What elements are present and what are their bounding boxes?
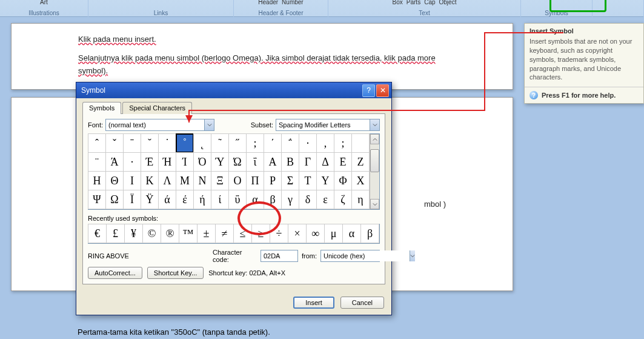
recent-symbol-cell[interactable]: β — [360, 224, 379, 243]
insert-button[interactable]: Insert — [293, 297, 334, 309]
chevron-down-icon[interactable] — [370, 119, 379, 130]
charcode-input[interactable] — [261, 250, 298, 262]
symbol-cell[interactable] — [351, 133, 370, 153]
symbol-cell[interactable]: ˚ — [176, 133, 194, 153]
symbol-cell[interactable]: ˆ — [88, 133, 106, 153]
symbol-cell[interactable]: · — [123, 152, 141, 172]
symbol-cell[interactable]: Φ — [334, 171, 352, 190]
symbol-cell[interactable]: ¨ — [88, 152, 106, 172]
symbol-cell[interactable]: ˇ — [105, 133, 124, 153]
symbol-cell[interactable]: Τ — [299, 171, 317, 190]
symbol-cell[interactable]: ˘ — [141, 133, 159, 153]
recent-symbol-cell[interactable]: € — [88, 224, 107, 243]
cancel-button[interactable]: Cancel — [340, 297, 384, 309]
symbol-cell[interactable]: ˉ — [123, 133, 141, 153]
dialog-titlebar[interactable]: Symbol ? ✕ — [76, 82, 391, 98]
symbol-cell[interactable]: Ψ — [88, 190, 106, 209]
symbol-cell[interactable]: ˜ — [211, 133, 229, 153]
recent-symbol-cell[interactable]: × — [288, 224, 307, 243]
symbol-cell[interactable]: Ξ — [211, 171, 229, 190]
symbol-cell[interactable]: ˙ — [158, 133, 176, 153]
symbol-cell[interactable]: Ϋ — [141, 190, 159, 209]
symbol-cell[interactable]: γ — [281, 190, 299, 209]
symbol-cell[interactable]: ΄ — [264, 133, 282, 153]
symbol-cell[interactable]: , — [316, 133, 334, 153]
symbol-cell[interactable]: α — [246, 190, 264, 209]
tab-special-characters[interactable]: Special Characters — [122, 102, 192, 114]
chevron-down-icon[interactable] — [204, 119, 214, 130]
recent-symbol-cell[interactable]: ≤ — [233, 224, 252, 243]
recent-symbol-cell[interactable]: £ — [106, 224, 125, 243]
recent-symbol-cell[interactable]: ± — [197, 224, 216, 243]
symbol-cell[interactable]: ε — [316, 190, 334, 209]
symbol-cell[interactable]: Ά — [105, 152, 124, 172]
font-input[interactable] — [106, 119, 204, 130]
symbol-cell[interactable]: Χ — [351, 171, 370, 190]
dialog-help-button[interactable]: ? — [362, 84, 375, 97]
symbol-cell[interactable]: η — [351, 190, 370, 209]
symbol-cell[interactable]: ΅ — [281, 133, 299, 153]
symbol-cell[interactable]: δ — [299, 190, 317, 209]
symbol-cell[interactable]: Μ — [176, 171, 194, 190]
scroll-up-button[interactable] — [370, 134, 379, 144]
symbol-cell[interactable]: έ — [176, 190, 194, 209]
symbol-cell[interactable]: Η — [88, 171, 106, 190]
recent-symbol-cell[interactable]: ∞ — [306, 224, 325, 243]
from-combo[interactable] — [320, 250, 380, 262]
subset-input[interactable] — [276, 119, 370, 130]
recent-symbol-cell[interactable]: α — [342, 224, 361, 243]
symbol-cell[interactable]: Ο — [228, 171, 247, 190]
symbol-cell[interactable]: ή — [193, 190, 211, 209]
tab-symbols[interactable]: Symbols — [82, 102, 121, 114]
symbol-cell[interactable]: Σ — [281, 171, 299, 190]
symbol-cell[interactable]: Δ — [316, 152, 334, 172]
symbol-cell[interactable]: ΐ — [246, 152, 264, 172]
recent-symbol-cell[interactable]: ≠ — [215, 224, 234, 243]
chevron-down-icon[interactable] — [410, 250, 415, 261]
symbol-cell[interactable]: ˝ — [228, 133, 247, 153]
symbol-cell[interactable]: ά — [158, 190, 176, 209]
shortcut-key-button[interactable]: Shortcut Key... — [147, 267, 204, 279]
dialog-close-button[interactable]: ✕ — [376, 84, 389, 97]
scroll-thumb[interactable] — [370, 149, 379, 172]
scroll-down-button[interactable] — [370, 199, 379, 209]
symbol-cell[interactable]: Ω — [105, 190, 124, 209]
from-input[interactable] — [321, 250, 410, 261]
symbol-cell[interactable]: Θ — [105, 171, 124, 190]
symbol-cell[interactable]: Ε — [334, 152, 352, 172]
symbol-cell[interactable]: Α — [264, 152, 282, 172]
symbol-cell[interactable]: Ύ — [211, 152, 229, 172]
recent-symbol-cell[interactable]: ¥ — [124, 224, 143, 243]
symbol-cell[interactable]: Ί — [176, 152, 194, 172]
symbol-cell[interactable]: ˛ — [193, 133, 211, 153]
symbol-cell[interactable]: β — [264, 190, 282, 209]
recent-symbol-cell[interactable]: ≥ — [251, 224, 270, 243]
symbol-cell[interactable]: Λ — [158, 171, 176, 190]
recent-symbol-cell[interactable]: μ — [324, 224, 343, 243]
recent-symbol-cell[interactable]: © — [142, 224, 161, 243]
symbol-cell[interactable]: Ν — [193, 171, 211, 190]
symbol-cell[interactable]: Π — [246, 171, 264, 190]
symbol-cell[interactable]: Ζ — [351, 152, 370, 172]
recent-symbol-cell[interactable]: ® — [161, 224, 179, 243]
recent-symbol-cell[interactable]: ™ — [179, 224, 198, 243]
symbol-cell[interactable]: Ρ — [264, 171, 282, 190]
symbol-cell[interactable]: · — [299, 133, 317, 153]
symbol-cell[interactable]: Ή — [158, 152, 176, 172]
symbol-cell[interactable]: Ό — [193, 152, 211, 172]
autocorrect-button[interactable]: AutoCorrect... — [88, 267, 142, 279]
symbol-cell[interactable]: Έ — [141, 152, 159, 172]
recent-symbol-cell[interactable]: ÷ — [270, 224, 288, 243]
symbol-cell[interactable]: Ι — [123, 171, 141, 190]
symbol-cell[interactable]: Β — [281, 152, 299, 172]
symbol-cell[interactable]: ; — [246, 133, 264, 153]
font-combo[interactable] — [105, 119, 214, 131]
symbol-cell[interactable]: Γ — [299, 152, 317, 172]
grid-scrollbar[interactable] — [370, 134, 379, 209]
symbol-cell[interactable]: Ώ — [228, 152, 247, 172]
symbol-cell[interactable]: ; — [334, 133, 352, 153]
symbol-cell[interactable]: Κ — [141, 171, 159, 190]
symbol-cell[interactable]: Ϊ — [123, 190, 141, 209]
subset-combo[interactable] — [276, 119, 380, 131]
symbol-cell[interactable]: ΰ — [228, 190, 247, 209]
